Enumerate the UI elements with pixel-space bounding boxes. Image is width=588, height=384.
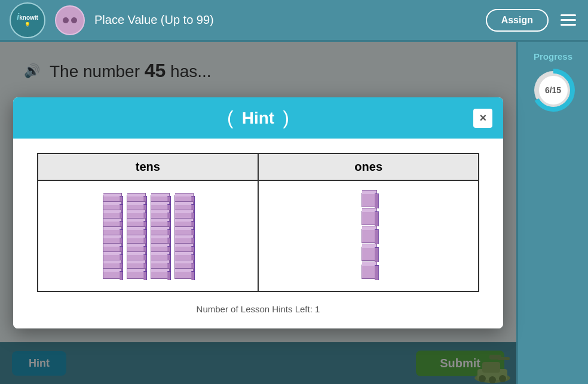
ten-rod-2: [127, 195, 145, 279]
left-paren: (: [227, 107, 234, 129]
tens-blocks: [56, 193, 240, 279]
tens-cell: [38, 180, 258, 291]
hamburger-menu-icon[interactable]: [558, 12, 578, 28]
modal-body: tens ones: [13, 139, 504, 328]
hints-remaining-text: Number of Lesson Hints Left: 1: [37, 304, 480, 314]
modal-close-button[interactable]: ×: [473, 109, 492, 128]
ones-header: ones: [258, 153, 479, 180]
one-block-2: [362, 211, 376, 225]
one-block-4: [362, 247, 376, 261]
ten-rod-4: [174, 195, 192, 279]
lesson-title: Place Value (Up to 99): [94, 13, 476, 27]
one-block-1: [362, 193, 376, 207]
progress-label: Progress: [534, 51, 572, 62]
content-area: 🔊 The number 45 has... Hint Submit: [0, 42, 516, 384]
logo: iknowit 💡: [10, 2, 45, 38]
hint-modal: ( Hint ) × tens ones: [13, 97, 504, 328]
ones-cell: [258, 180, 479, 291]
progress-ring: 6/15: [529, 66, 577, 114]
one-block-3: [362, 229, 376, 243]
one-block-5: [362, 265, 376, 279]
header: iknowit 💡 Place Value (Up to 99) Assign: [0, 0, 588, 42]
sidebar: Progress 6/15: [516, 42, 588, 384]
right-paren: ): [283, 107, 289, 129]
ten-rod-3: [151, 195, 169, 279]
avatar: [55, 5, 85, 35]
progress-value: 6/15: [545, 85, 561, 95]
main-area: 🔊 The number 45 has... Hint Submit: [0, 42, 588, 384]
place-value-table: tens ones: [37, 153, 480, 292]
ten-rod-1: [103, 195, 121, 279]
modal-overlay: ( Hint ) × tens ones: [0, 42, 516, 384]
modal-header: ( Hint ) ×: [13, 97, 504, 139]
assign-button[interactable]: Assign: [486, 9, 549, 32]
modal-title: Hint: [234, 109, 283, 128]
ones-blocks: [277, 193, 460, 279]
tens-header: tens: [38, 153, 258, 180]
